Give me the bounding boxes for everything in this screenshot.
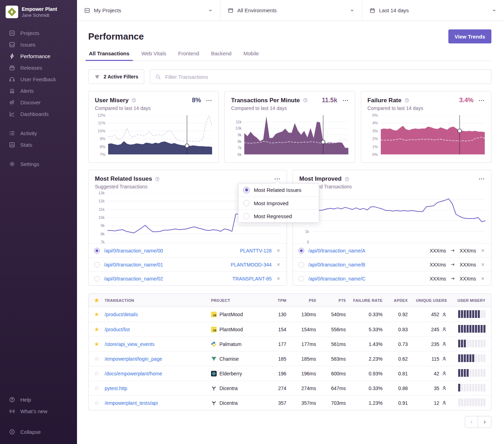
close-icon[interactable] xyxy=(480,276,485,281)
sidebar-item-performance[interactable]: Performance xyxy=(0,50,77,62)
previous-page-button[interactable] xyxy=(465,416,478,428)
transaction-link[interactable]: /product/list xyxy=(105,327,130,332)
column-header-tpm[interactable]: TPM xyxy=(264,298,286,303)
column-header-user-misery[interactable]: USER MISERY xyxy=(447,298,485,303)
sidebar-item-help[interactable]: Help xyxy=(0,394,77,405)
sidebar-collapse-button[interactable]: Collapse xyxy=(0,426,77,438)
tab-web-vitals[interactable]: Web Vitals xyxy=(141,50,167,61)
view-trends-button[interactable]: View Trends xyxy=(448,29,491,43)
column-header-unique-users[interactable]: UNIQUE USERS xyxy=(408,298,447,303)
column-header-project[interactable]: PROJECT xyxy=(211,298,264,303)
radio-button[interactable] xyxy=(299,262,304,268)
help-icon[interactable] xyxy=(344,176,350,182)
date-range-dropdown[interactable]: Last 14 days xyxy=(362,0,504,21)
star-outline-icon[interactable]: ☆ xyxy=(94,371,105,376)
transaction-link[interactable]: /product/details xyxy=(105,312,138,317)
transaction-link[interactable]: /api/0/transaction_name/C xyxy=(308,276,426,282)
issue-link[interactable]: PLANTTV-128 xyxy=(240,248,272,254)
sidebar-item-stats[interactable]: Stats xyxy=(0,139,77,151)
transaction-link[interactable]: /store/api_view_events xyxy=(105,341,154,347)
issue-link[interactable]: PLANTMOOD-344 xyxy=(231,262,272,268)
chart-failure_rate: 5%4%3%2%1%0% xyxy=(368,115,485,154)
trend-card-most-improved: Most ImprovedSuggested Transactions4k3k2… xyxy=(293,170,491,286)
issue-link[interactable]: TRANSPLANT-85 xyxy=(232,276,272,282)
close-icon[interactable] xyxy=(480,262,485,267)
star-outline-icon[interactable]: ☆ xyxy=(94,400,105,406)
transaction-link[interactable]: /api/0/transaction_name/01 xyxy=(104,262,226,268)
card-menu-icon[interactable] xyxy=(342,97,349,104)
sidebar-item-label: Releases xyxy=(20,65,42,71)
help-icon[interactable] xyxy=(303,98,308,103)
duration-before: XXXms xyxy=(430,276,446,282)
dropdown-option-most-improved[interactable]: Most Improved xyxy=(238,196,319,209)
star-icon[interactable]: ★ xyxy=(94,298,105,303)
active-filters-button[interactable]: 2 Active Filters xyxy=(88,69,144,84)
dropdown-option-most-regressed[interactable]: Most Regressed xyxy=(238,209,319,222)
card-menu-icon[interactable] xyxy=(478,176,485,182)
radio-button[interactable] xyxy=(94,262,100,268)
star-filled-icon[interactable]: ★ xyxy=(94,341,105,347)
close-icon[interactable] xyxy=(276,262,281,267)
help-icon[interactable] xyxy=(404,98,410,103)
column-header-apdex[interactable]: APDEX xyxy=(383,298,408,303)
star-filled-icon[interactable]: ★ xyxy=(94,327,105,332)
next-page-button[interactable] xyxy=(478,416,491,428)
sidebar-item-alerts[interactable]: Alerts xyxy=(0,85,77,97)
close-icon[interactable] xyxy=(276,276,281,281)
tab-all-transactions[interactable]: All Transactions xyxy=(88,50,130,61)
tab-frontend[interactable]: Frontend xyxy=(177,50,200,61)
pagination-group xyxy=(465,416,491,428)
column-header-p50[interactable]: P50 xyxy=(286,298,316,303)
sidebar-item-label: User Feedback xyxy=(20,76,56,82)
environment-filter-dropdown[interactable]: All Environments xyxy=(220,0,362,21)
app: Empower Plant Jane Schmidt ProjectsIssue… xyxy=(0,0,504,444)
org-switcher[interactable]: Empower Plant Jane Schmidt xyxy=(0,6,77,18)
transaction-row: /api/0/transaction_name/AXXXmsXXXms xyxy=(293,243,491,257)
radio-button[interactable] xyxy=(299,248,304,254)
sidebar-item-user-feedback[interactable]: User Feedback xyxy=(0,74,77,85)
sidebar-item-activity[interactable]: Activity xyxy=(0,127,77,139)
transaction-link[interactable]: /empowerplant_tests/api xyxy=(105,400,158,406)
column-header-p75[interactable]: P75 xyxy=(316,298,346,303)
apdex-value: 0.83 xyxy=(383,327,408,332)
sidebar-collapse-nav: Collapse xyxy=(0,426,77,438)
card-menu-icon[interactable] xyxy=(206,97,212,104)
dropdown-option-most-related-issues[interactable]: Most Related Issues xyxy=(238,183,319,196)
transaction-link[interactable]: /api/0/transaction_name/B xyxy=(308,262,426,268)
transaction-link[interactable]: /api/0/transaction_name/00 xyxy=(104,248,236,254)
help-icon[interactable] xyxy=(155,176,160,182)
transaction-link[interactable]: /api/0/transaction_name/A xyxy=(308,248,426,254)
sidebar-item-issues[interactable]: Issues xyxy=(0,39,77,50)
tab-backend[interactable]: Backend xyxy=(210,50,232,61)
help-icon[interactable] xyxy=(131,98,136,103)
sidebar-item-discover[interactable]: Discover xyxy=(0,97,77,108)
sidebar-item-releases[interactable]: Releases xyxy=(0,62,77,74)
dashboards-icon xyxy=(9,111,15,117)
sidebar-item-what-s-new[interactable]: What’s new xyxy=(0,405,77,417)
user-misery-bars xyxy=(458,340,485,347)
tab-mobile[interactable]: Mobile xyxy=(243,50,259,61)
transaction-filter-input[interactable] xyxy=(164,74,486,80)
star-outline-icon[interactable]: ☆ xyxy=(94,386,105,391)
tpm-value: 177 xyxy=(264,341,286,347)
radio-button[interactable] xyxy=(299,276,304,282)
project-filter-dropdown[interactable]: My Projects xyxy=(77,0,220,21)
close-icon[interactable] xyxy=(480,248,485,253)
star-outline-icon[interactable]: ☆ xyxy=(94,356,105,362)
star-filled-icon[interactable]: ★ xyxy=(94,312,105,317)
radio-button[interactable] xyxy=(94,248,100,254)
sidebar-item-settings[interactable]: Settings xyxy=(0,158,77,170)
transaction-link[interactable]: /docs/empowerplant/home xyxy=(105,371,162,376)
radio-button[interactable] xyxy=(94,276,100,282)
sidebar-item-dashboards[interactable]: Dashboards xyxy=(0,108,77,120)
column-header-failure-rate[interactable]: FAILURE RATE xyxy=(346,298,383,303)
transaction-link[interactable]: /empowerplant/login_page xyxy=(105,356,162,362)
close-icon[interactable] xyxy=(276,248,281,253)
transaction-link[interactable]: /api/0/transaction_name/02 xyxy=(104,276,228,282)
table-row: ☆/docs/empowerplant/homeElderberry196196… xyxy=(89,366,491,381)
unique-users-value: 452 xyxy=(431,312,439,317)
transaction-link[interactable]: pytest.http xyxy=(105,386,127,391)
card-menu-icon[interactable] xyxy=(478,97,485,104)
sidebar-item-projects[interactable]: Projects xyxy=(0,27,77,39)
column-header-transaction[interactable]: TRANSACTION xyxy=(105,298,211,303)
